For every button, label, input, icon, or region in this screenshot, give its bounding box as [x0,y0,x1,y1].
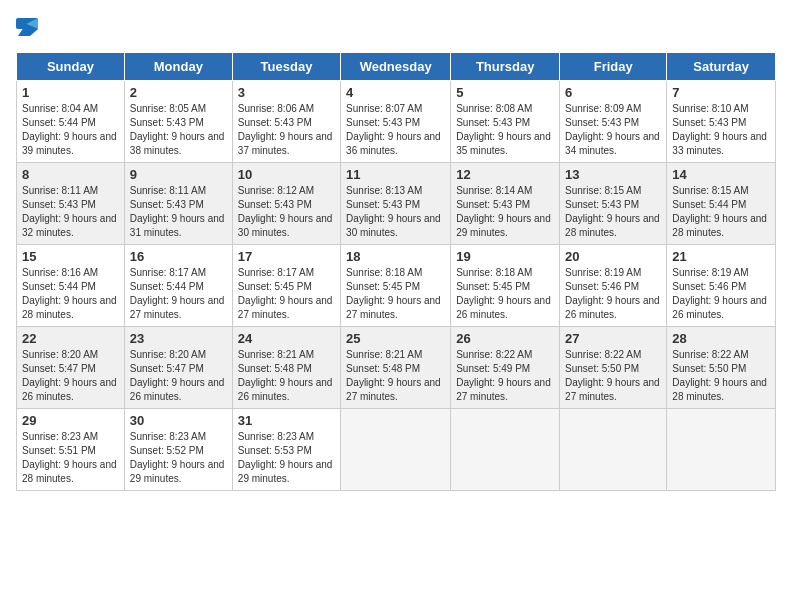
day-number: 22 [22,331,119,346]
calendar-day-cell: 24Sunrise: 8:21 AMSunset: 5:48 PMDayligh… [232,327,340,409]
calendar-day-cell: 11Sunrise: 8:13 AMSunset: 5:43 PMDayligh… [341,163,451,245]
calendar-week-row: 29Sunrise: 8:23 AMSunset: 5:51 PMDayligh… [17,409,776,491]
day-info: Sunrise: 8:18 AMSunset: 5:45 PMDaylight:… [456,266,554,322]
calendar-day-cell: 4Sunrise: 8:07 AMSunset: 5:43 PMDaylight… [341,81,451,163]
day-number: 28 [672,331,770,346]
day-info: Sunrise: 8:23 AMSunset: 5:52 PMDaylight:… [130,430,227,486]
day-number: 15 [22,249,119,264]
calendar-table: SundayMondayTuesdayWednesdayThursdayFrid… [16,52,776,491]
calendar-day-cell: 30Sunrise: 8:23 AMSunset: 5:52 PMDayligh… [124,409,232,491]
day-number: 19 [456,249,554,264]
calendar-day-cell: 14Sunrise: 8:15 AMSunset: 5:44 PMDayligh… [667,163,776,245]
day-info: Sunrise: 8:08 AMSunset: 5:43 PMDaylight:… [456,102,554,158]
day-number: 30 [130,413,227,428]
calendar-day-cell: 10Sunrise: 8:12 AMSunset: 5:43 PMDayligh… [232,163,340,245]
calendar-day-cell: 15Sunrise: 8:16 AMSunset: 5:44 PMDayligh… [17,245,125,327]
calendar-day-cell: 23Sunrise: 8:20 AMSunset: 5:47 PMDayligh… [124,327,232,409]
day-number: 14 [672,167,770,182]
day-number: 5 [456,85,554,100]
day-number: 13 [565,167,661,182]
calendar-week-row: 1Sunrise: 8:04 AMSunset: 5:44 PMDaylight… [17,81,776,163]
day-number: 17 [238,249,335,264]
day-number: 8 [22,167,119,182]
calendar-day-cell: 22Sunrise: 8:20 AMSunset: 5:47 PMDayligh… [17,327,125,409]
day-number: 2 [130,85,227,100]
calendar-day-cell [341,409,451,491]
day-info: Sunrise: 8:14 AMSunset: 5:43 PMDaylight:… [456,184,554,240]
days-header-row: SundayMondayTuesdayWednesdayThursdayFrid… [17,53,776,81]
calendar-day-cell: 5Sunrise: 8:08 AMSunset: 5:43 PMDaylight… [451,81,560,163]
calendar-day-cell: 1Sunrise: 8:04 AMSunset: 5:44 PMDaylight… [17,81,125,163]
day-info: Sunrise: 8:21 AMSunset: 5:48 PMDaylight:… [346,348,445,404]
day-info: Sunrise: 8:04 AMSunset: 5:44 PMDaylight:… [22,102,119,158]
day-info: Sunrise: 8:05 AMSunset: 5:43 PMDaylight:… [130,102,227,158]
day-number: 25 [346,331,445,346]
calendar-day-cell: 8Sunrise: 8:11 AMSunset: 5:43 PMDaylight… [17,163,125,245]
calendar-day-cell: 17Sunrise: 8:17 AMSunset: 5:45 PMDayligh… [232,245,340,327]
calendar-week-row: 8Sunrise: 8:11 AMSunset: 5:43 PMDaylight… [17,163,776,245]
day-header-friday: Friday [560,53,667,81]
day-info: Sunrise: 8:11 AMSunset: 5:43 PMDaylight:… [22,184,119,240]
day-number: 24 [238,331,335,346]
calendar-day-cell: 21Sunrise: 8:19 AMSunset: 5:46 PMDayligh… [667,245,776,327]
calendar-day-cell: 27Sunrise: 8:22 AMSunset: 5:50 PMDayligh… [560,327,667,409]
calendar-day-cell: 25Sunrise: 8:21 AMSunset: 5:48 PMDayligh… [341,327,451,409]
day-info: Sunrise: 8:06 AMSunset: 5:43 PMDaylight:… [238,102,335,158]
day-info: Sunrise: 8:20 AMSunset: 5:47 PMDaylight:… [22,348,119,404]
calendar-day-cell: 3Sunrise: 8:06 AMSunset: 5:43 PMDaylight… [232,81,340,163]
day-info: Sunrise: 8:18 AMSunset: 5:45 PMDaylight:… [346,266,445,322]
calendar-day-cell: 31Sunrise: 8:23 AMSunset: 5:53 PMDayligh… [232,409,340,491]
calendar-day-cell: 6Sunrise: 8:09 AMSunset: 5:43 PMDaylight… [560,81,667,163]
day-info: Sunrise: 8:12 AMSunset: 5:43 PMDaylight:… [238,184,335,240]
day-number: 3 [238,85,335,100]
day-info: Sunrise: 8:21 AMSunset: 5:48 PMDaylight:… [238,348,335,404]
day-header-sunday: Sunday [17,53,125,81]
calendar-day-cell: 29Sunrise: 8:23 AMSunset: 5:51 PMDayligh… [17,409,125,491]
day-info: Sunrise: 8:13 AMSunset: 5:43 PMDaylight:… [346,184,445,240]
calendar-week-row: 15Sunrise: 8:16 AMSunset: 5:44 PMDayligh… [17,245,776,327]
calendar-day-cell [560,409,667,491]
day-number: 16 [130,249,227,264]
day-number: 11 [346,167,445,182]
day-number: 20 [565,249,661,264]
day-number: 6 [565,85,661,100]
day-header-thursday: Thursday [451,53,560,81]
day-number: 31 [238,413,335,428]
day-info: Sunrise: 8:17 AMSunset: 5:44 PMDaylight:… [130,266,227,322]
day-number: 9 [130,167,227,182]
calendar-day-cell: 12Sunrise: 8:14 AMSunset: 5:43 PMDayligh… [451,163,560,245]
day-number: 1 [22,85,119,100]
calendar-week-row: 22Sunrise: 8:20 AMSunset: 5:47 PMDayligh… [17,327,776,409]
day-info: Sunrise: 8:15 AMSunset: 5:43 PMDaylight:… [565,184,661,240]
day-number: 23 [130,331,227,346]
day-info: Sunrise: 8:22 AMSunset: 5:49 PMDaylight:… [456,348,554,404]
day-number: 27 [565,331,661,346]
calendar-day-cell [667,409,776,491]
day-info: Sunrise: 8:09 AMSunset: 5:43 PMDaylight:… [565,102,661,158]
day-number: 18 [346,249,445,264]
day-info: Sunrise: 8:20 AMSunset: 5:47 PMDaylight:… [130,348,227,404]
day-info: Sunrise: 8:22 AMSunset: 5:50 PMDaylight:… [672,348,770,404]
calendar-day-cell: 7Sunrise: 8:10 AMSunset: 5:43 PMDaylight… [667,81,776,163]
calendar-day-cell: 19Sunrise: 8:18 AMSunset: 5:45 PMDayligh… [451,245,560,327]
calendar-day-cell: 26Sunrise: 8:22 AMSunset: 5:49 PMDayligh… [451,327,560,409]
logo [16,16,40,36]
day-number: 12 [456,167,554,182]
day-info: Sunrise: 8:23 AMSunset: 5:51 PMDaylight:… [22,430,119,486]
calendar-day-cell: 13Sunrise: 8:15 AMSunset: 5:43 PMDayligh… [560,163,667,245]
day-info: Sunrise: 8:11 AMSunset: 5:43 PMDaylight:… [130,184,227,240]
calendar-day-cell: 16Sunrise: 8:17 AMSunset: 5:44 PMDayligh… [124,245,232,327]
day-info: Sunrise: 8:07 AMSunset: 5:43 PMDaylight:… [346,102,445,158]
day-number: 10 [238,167,335,182]
general-blue-icon [16,18,38,36]
day-info: Sunrise: 8:15 AMSunset: 5:44 PMDaylight:… [672,184,770,240]
day-info: Sunrise: 8:22 AMSunset: 5:50 PMDaylight:… [565,348,661,404]
calendar-day-cell: 2Sunrise: 8:05 AMSunset: 5:43 PMDaylight… [124,81,232,163]
day-info: Sunrise: 8:10 AMSunset: 5:43 PMDaylight:… [672,102,770,158]
day-header-monday: Monday [124,53,232,81]
calendar-day-cell: 18Sunrise: 8:18 AMSunset: 5:45 PMDayligh… [341,245,451,327]
calendar-day-cell [451,409,560,491]
day-number: 26 [456,331,554,346]
day-number: 4 [346,85,445,100]
day-header-saturday: Saturday [667,53,776,81]
